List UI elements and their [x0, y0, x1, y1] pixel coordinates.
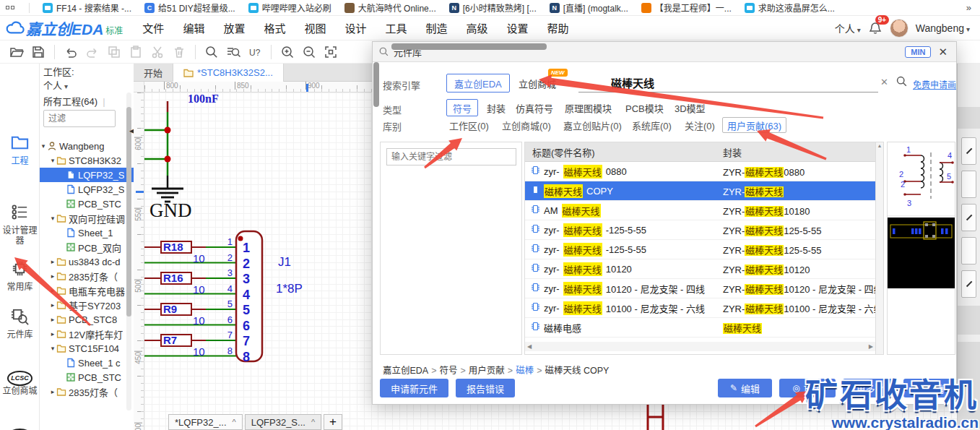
free-apply-link[interactable]: 免费申请画板 — [913, 78, 956, 90]
menu-item-格式[interactable]: 格式 — [254, 17, 295, 38]
unit-icon[interactable]: U? — [244, 43, 266, 61]
menu-item-编辑[interactable]: 编辑 — [173, 17, 214, 38]
library-tab-关注(0)[interactable]: 关注(0) — [680, 117, 719, 133]
type-tab-封装[interactable]: 封装 — [481, 99, 511, 116]
breadcrumb-item[interactable]: 磁棒 — [516, 366, 534, 376]
keyword-filter-input[interactable] — [386, 148, 516, 165]
menu-item-高级[interactable]: 高级 — [456, 17, 497, 38]
bookmark-item[interactable]: 求助这液晶屏怎么... — [745, 1, 835, 14]
sidebar-item-元件库[interactable]: 元件库 — [0, 306, 40, 340]
tree-item-Wangbeng[interactable]: ▾Wangbeng — [40, 139, 134, 153]
add-sheet-button[interactable]: + — [324, 414, 342, 430]
all-projects-label[interactable]: 所有工程(64) | — [43, 94, 105, 108]
tree-item-PCB_STC8[interactable]: ▸PCB_STC8 — [40, 312, 134, 327]
tree-item-双向可控硅调[interactable]: ▾双向可控硅调 — [40, 211, 134, 225]
table-hscroll-thumb[interactable] — [391, 43, 547, 50]
type-tab-符号[interactable]: 符号 — [446, 99, 478, 116]
tree-item-us3843 dc-d[interactable]: ▸us3843 dc-d — [40, 254, 134, 269]
bookmark-item[interactable]: N[直播] (mogtalk... — [550, 1, 628, 14]
library-tab-工作区(0)[interactable]: 工作区(0) — [445, 117, 493, 133]
tree-item-STC8H3K32[interactable]: ▾STC8H3K32 — [40, 153, 134, 168]
tree-item-PCB_STC[interactable]: PCB_STC — [40, 370, 134, 384]
tree-caret-icon[interactable]: ▾ — [49, 345, 56, 352]
tree-item-2835灯条（[interactable]: ▸2835灯条（ — [40, 384, 134, 399]
clear-search-icon[interactable]: ✕ — [880, 77, 888, 87]
minimize-button[interactable]: MIN — [905, 46, 931, 58]
menu-item-帮助[interactable]: 帮助 — [538, 17, 578, 38]
library-tab-系统库(0)[interactable]: 系统库(0) — [628, 117, 676, 133]
search-icon[interactable] — [201, 43, 222, 61]
sheet-tab-other[interactable]: LQFP32_S...^ — [245, 414, 321, 430]
engine-tab-嘉立创EDA[interactable]: 嘉立创EDA — [446, 74, 510, 93]
project-tree-scrollbar-thumb[interactable] — [126, 107, 131, 317]
type-tab-PCB模块[interactable]: PCB模块 — [620, 99, 669, 116]
undo-icon[interactable] — [60, 43, 82, 61]
tree-caret-icon[interactable]: ▸ — [49, 330, 56, 337]
button-报告错误[interactable]: 报告错误 — [456, 379, 515, 397]
tree-item-STC15F104[interactable]: ▾STC15F104 — [40, 341, 134, 356]
menu-item-视图[interactable]: 视图 — [295, 17, 335, 38]
table-row[interactable]: zyr-磁棒天线-125-5-55ZYR-磁棒天线125-5-55 — [525, 220, 875, 240]
tree-caret-icon[interactable]: ▸ — [49, 287, 56, 294]
bookmark-item[interactable]: 大航海時代 Online... — [344, 1, 436, 14]
sheet-tab-current[interactable]: *LQFP32_...^ — [168, 414, 243, 430]
notifications-bell-icon[interactable]: 9+ — [868, 21, 883, 35]
close-icon[interactable]: ✕ — [935, 46, 950, 59]
open-icon[interactable] — [6, 43, 27, 61]
find-similar-icon[interactable] — [222, 43, 244, 61]
tool-slot[interactable] — [961, 237, 976, 265]
table-horizontal-scrollbar[interactable]: ◀◀ — [525, 342, 875, 351]
library-tab-用户贡献(63)[interactable]: 用户贡献(63) — [722, 117, 786, 133]
zoom-out-icon[interactable] — [298, 43, 320, 61]
library-tab-立创商城(0)[interactable]: 立创商城(0) — [498, 117, 555, 133]
menu-item-放置[interactable]: 放置 — [214, 17, 254, 38]
save-icon[interactable] — [27, 43, 49, 61]
tool-slot[interactable] — [961, 270, 976, 298]
personal-menu[interactable]: 个人▾ — [835, 21, 861, 35]
table-row[interactable]: AM磁棒天线ZYR-磁棒天线10180 — [525, 201, 875, 220]
zoom-in-icon[interactable] — [277, 43, 298, 61]
tool-slot[interactable] — [961, 137, 976, 165]
panel-collapse-icon[interactable]: ◀ — [129, 127, 134, 134]
sidebar-item-常用库[interactable]: 常用库 — [0, 259, 40, 292]
project-filter-input[interactable] — [43, 110, 116, 127]
tree-item-2835灯条（[interactable]: ▸2835灯条（ — [40, 269, 134, 283]
menu-item-工具[interactable]: 工具 — [376, 17, 416, 38]
menu-item-设计[interactable]: 设计 — [335, 17, 376, 38]
tree-item-PCB_双向[interactable]: PCB_双向 — [40, 240, 134, 254]
search-submit-icon[interactable] — [896, 75, 908, 90]
tree-item-PCB_STC[interactable]: PCB_STC — [40, 197, 134, 211]
type-tab-仿真符号[interactable]: 仿真符号 — [510, 99, 559, 116]
tab-schematic-document[interactable]: *STC8H3K32S2... — [173, 64, 284, 82]
tab-start[interactable]: 开始 — [134, 64, 173, 82]
tree-caret-icon[interactable]: ▸ — [49, 316, 56, 323]
sidebar-item-立创商城[interactable]: LCSC立创商城 — [0, 371, 40, 396]
bookmark-item[interactable]: 哔哩哔哩入站必刷 — [248, 1, 331, 14]
bookmark-item[interactable]: N[6小时精致熟烤] [... — [449, 1, 537, 14]
table-row[interactable]: zyr-磁棒天线0880ZYR-磁棒天线0880 — [525, 162, 875, 181]
tree-item-基于SY7203[interactable]: ▸基于SY7203 — [40, 298, 134, 312]
menu-item-设置[interactable]: 设置 — [498, 17, 538, 38]
app-logo[interactable]: 嘉立创EDA 标准 — [6, 17, 123, 39]
apps-grid-icon[interactable] — [6, 6, 14, 9]
bookmark-item[interactable]: C给51 DIY超轻量级... — [144, 1, 235, 14]
tree-item-12V摩托车灯[interactable]: ▸12V摩托车灯 — [40, 327, 134, 341]
workspace-selector[interactable]: 个人▾ — [43, 78, 68, 92]
tree-item-电瓶车充电器[interactable]: ▸电瓶车充电器 — [40, 283, 134, 298]
table-row[interactable]: zyr-磁棒天线10120 - 尼龙支架 - 四线ZYR-磁棒天线10120 -… — [525, 279, 875, 298]
user-menu[interactable]: Wangbeng▾ — [916, 22, 970, 34]
button-申请新元件[interactable]: 申请新元件 — [380, 379, 448, 397]
bookmark-item[interactable]: 【我是工程师】一... — [641, 1, 732, 14]
sidebar-item-设计管理器[interactable]: 设计管理器 — [0, 202, 40, 246]
tree-caret-icon[interactable]: ▾ — [49, 157, 56, 164]
avatar[interactable] — [890, 19, 909, 38]
table-vscroll-thumb[interactable] — [373, 62, 379, 107]
tree-caret-icon[interactable]: ▸ — [49, 272, 56, 280]
table-row[interactable]: 磁棒天线 COPYZYR-磁棒天线 — [525, 181, 875, 201]
tree-item-LQFP32_S[interactable]: LQFP32_S — [40, 168, 134, 182]
bookmark-item[interactable]: FF14 - 搜索结果 -... — [43, 1, 131, 14]
tool-slot[interactable] — [961, 204, 976, 231]
library-search-input[interactable] — [578, 74, 878, 93]
tree-item-Sheet_1[interactable]: Sheet_1 — [40, 225, 134, 240]
type-tab-原理图模块[interactable]: 原理图模块 — [559, 99, 617, 116]
